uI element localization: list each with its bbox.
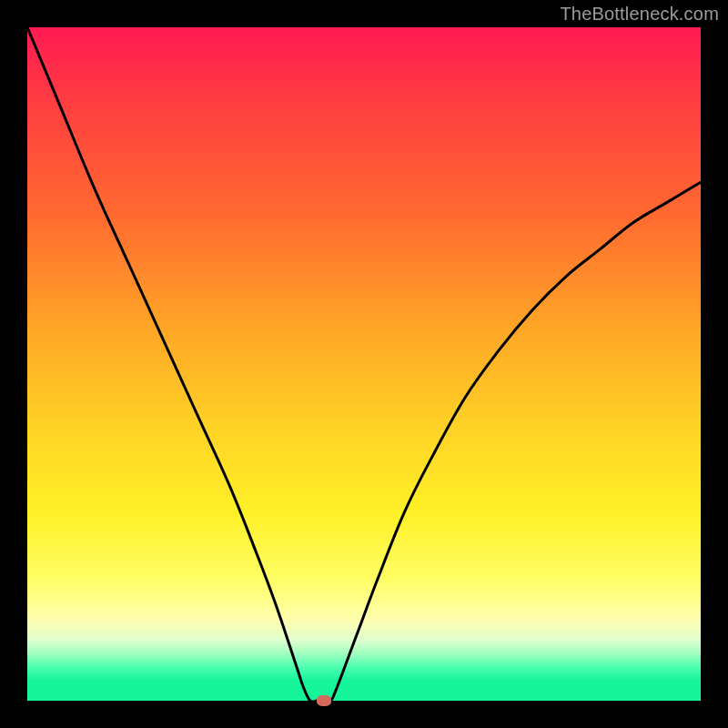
watermark-text: TheBottleneck.com	[560, 4, 719, 25]
chart-frame: TheBottleneck.com	[0, 0, 728, 728]
curve-path	[27, 27, 701, 701]
bottleneck-plot	[27, 27, 701, 701]
optimum-marker	[317, 695, 331, 706]
bottleneck-curve	[27, 27, 701, 701]
